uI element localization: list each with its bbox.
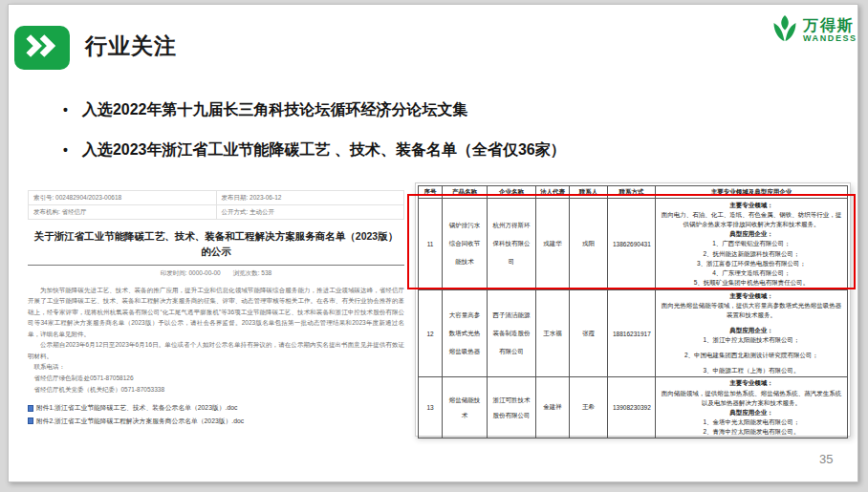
app-item: 1、金塔中光太阳能发电有限公司； (661, 417, 842, 427)
attachment-label: 附件2.浙江省工业节能降碳工程解决方案服务商公示名单（2023版）.doc (36, 417, 244, 426)
apps-label: 典型应用企业： (661, 408, 842, 417)
doc-paragraph: 公示期自2023年6月12日至2023年6月16日。单位或者个人如对公示名单持有… (28, 339, 404, 361)
header-cell: 主要专业领域及典型应用企业 (656, 186, 848, 199)
bullet-item: 入选2022年第十九届长三角科技论坛循环经济分论坛文集 (63, 100, 732, 120)
app-item: 4、广东理文造纸有限公司； (661, 268, 842, 278)
doc-title: 关于浙江省工业节能降碳工艺、技术、装备和工程解决方案服务商名单（2023版）的公… (30, 228, 402, 260)
header-cell: 企业名称 (488, 186, 536, 199)
doc-info-table: 索引号: 002482904/2023-00618 发布日期: 2023-06-… (28, 190, 404, 220)
doc-divider (28, 265, 404, 266)
header-cell: 联系人 (570, 186, 608, 199)
cell-phone: 18816231917 (608, 290, 656, 377)
doc-paragraph: 省经信厅绿色制造处0571-87058126 (28, 373, 404, 384)
cell-no: 12 (419, 290, 443, 377)
page-title: 行业关注 (85, 32, 177, 61)
vendor-table: 序号 产品名称 企业名称 法人代表 联系人 联系方式 主要专业领域及典型应用企业… (418, 185, 848, 439)
domain-label: 主要专业领域： (661, 201, 842, 210)
app-item: 1、浙江中控太阳能技术有限公司； (661, 335, 842, 345)
domain-text: 面向电力、石油、化工、造纸、有色金属、钢铁、纺织等行业，提供锅炉余热废水零排放回… (661, 210, 842, 229)
doc-paragraph: 联系电话： (28, 361, 404, 373)
doc-publish-date: 发布日期: 2023-06-12 (216, 191, 404, 205)
doc-paragraph: 为加快节能降碳先进工艺、技术、装备的推广应用，提升工业和信息化领域节能降碳综合服… (28, 285, 404, 340)
doc-open-method: 公开方式: 主动公开 (216, 205, 404, 220)
cell-contact: 王希 (570, 377, 608, 438)
cell-company: 浙江可胜技术股份有限公司 (488, 377, 536, 438)
announcement-document: 索引号: 002482904/2023-00618 发布日期: 2023-06-… (28, 190, 404, 429)
vendor-table-card: 序号 产品名称 企业名称 法人代表 联系人 联系方式 主要专业领域及典型应用企业… (415, 182, 851, 437)
app-item: 2、抚州能达新能源科技有限公司； (661, 249, 842, 259)
app-item: 3、中能源工程（上海）有限公司。 (661, 366, 842, 375)
doc-body: 为加快节能降碳先进工艺、技术、装备的推广应用，提升工业和信息化领域节能降碳综合服… (28, 285, 404, 396)
app-item: 1、广西华银铝业有限公司； (661, 239, 842, 248)
cell-no: 13 (419, 377, 443, 438)
double-chevron-icon (24, 33, 60, 62)
page-number: 35 (819, 452, 833, 466)
table-row: 11 锅炉排污水综合回收节能技术 杭州万得斯环保科技有限公司 戎建华 戎阳 13… (419, 199, 848, 290)
slide: 行业关注 万得斯 WANDESS 入选2022年第十九届长三角科技论坛循环经济分… (8, 4, 858, 482)
domain-label: 主要专业领域： (661, 291, 842, 301)
apps-label: 典型应用企业： (661, 229, 842, 239)
domain-text: 面向储能领域，提供熔盐加热系统、熔盐储热系统、蒸汽发生系统以及电加热器解决方案和… (661, 389, 842, 408)
cell-contact: 戎阳 (570, 199, 608, 290)
attachment-label: 附件1.浙江省工业节能降碳工艺、技术、装备公示名单（2023版）.doc (36, 403, 237, 413)
app-item: 2、中国电建集团西北勘测设计研究院有限公司； (661, 351, 842, 360)
cell-product: 熔盐储能技术 (443, 377, 488, 438)
header-cell: 产品名称 (443, 186, 488, 199)
app-item: 2、青海中控太阳能发电有限公司。 (661, 427, 842, 437)
header-cell: 联系方式 (608, 186, 656, 199)
bullet-list: 入选2022年第十九届长三角科技论坛循环经济分论坛文集 入选2023年浙江省工业… (63, 100, 732, 181)
attachment-link[interactable]: 附件2.浙江省工业节能降碳工程解决方案服务商公示名单（2023版）.doc (28, 417, 404, 426)
cell-legal-rep: 王水福 (536, 290, 570, 377)
leaf-icon (771, 14, 798, 47)
table-row: 12 大容量高参数塔式光热熔盐吸热器 西子清洁能源装备制造股份有限公司 王水福 … (419, 290, 848, 377)
cell-product: 大容量高参数塔式光热熔盐吸热器 (443, 290, 488, 377)
brand-logo: 万得斯 WANDESS (771, 14, 857, 47)
table-header-row: 序号 产品名称 企业名称 法人代表 联系人 联系方式 主要专业领域及典型应用企业 (419, 186, 848, 199)
cell-legal-rep: 戎建华 (536, 199, 570, 290)
cell-detail: 主要专业领域： 面向电力、石油、化工、造纸、有色金属、钢铁、纺织等行业，提供锅炉… (656, 199, 848, 290)
doc-file-icon (28, 417, 33, 424)
cell-no: 11 (419, 199, 443, 290)
header-badge (14, 26, 70, 70)
cell-detail: 主要专业领域： 面向储能领域，提供熔盐加热系统、熔盐储热系统、蒸汽发生系统以及电… (656, 377, 848, 438)
doc-meta: 印发时间: 0000-00-00 浏览次数: 538 (28, 269, 404, 278)
cell-phone: 13862690431 (608, 199, 656, 290)
domain-label: 主要专业领域： (661, 378, 842, 388)
brand-name-en: WANDESS (803, 34, 857, 44)
table-row: 13 熔盐储能技术 浙江可胜技术股份有限公司 金建祥 王希 1390823039… (419, 377, 848, 438)
bullet-item: 入选2023年浙江省工业节能降碳工艺 、技术、装备名单（全省仅36家） (63, 140, 732, 160)
cell-company: 杭州万得斯环保科技有限公司 (488, 199, 536, 290)
cell-contact: 张霞 (570, 290, 608, 377)
cell-phone: 13908230392 (608, 377, 656, 438)
domain-text: 面向光热熔盐储能等领域，提供大容量高参数塔式光热熔盐吸热器装置和技术服务。 (661, 301, 842, 320)
attachment-list: 附件1.浙江省工业节能降碳工艺、技术、装备公示名单（2023版）.doc 附件2… (28, 403, 404, 426)
doc-file-icon (28, 405, 33, 412)
app-item: 3、浙江富春江环保热电股份有限公司； (661, 259, 842, 268)
doc-paragraph: 省经信厅机关党委（机关纪委）0571-87053338 (28, 384, 404, 396)
doc-org: 发布机构: 省经信厅 (29, 205, 217, 220)
apps-label: 典型应用企业： (661, 326, 842, 335)
doc-index: 索引号: 002482904/2023-00618 (29, 191, 217, 205)
header-cell: 序号 (419, 186, 443, 199)
cell-product: 锅炉排污水综合回收节能技术 (443, 199, 488, 290)
app-item: 5、抚顺矿业集团中机热电有限责任公司。 (661, 278, 842, 288)
header-cell: 法人代表 (536, 186, 570, 199)
cell-legal-rep: 金建祥 (536, 377, 570, 438)
attachment-link[interactable]: 附件1.浙江省工业节能降碳工艺、技术、装备公示名单（2023版）.doc (28, 403, 404, 413)
cell-company: 西子清洁能源装备制造股份有限公司 (488, 290, 536, 377)
cell-detail: 主要专业领域： 面向光热熔盐储能等领域，提供大容量高参数塔式光热熔盐吸热器装置和… (656, 290, 848, 377)
brand-name: 万得斯 (803, 17, 857, 34)
